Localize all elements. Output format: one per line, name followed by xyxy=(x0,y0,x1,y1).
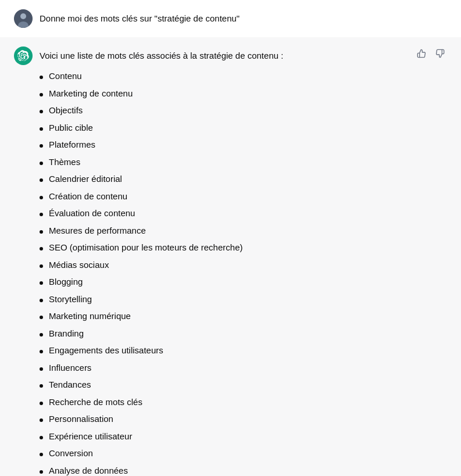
avatar xyxy=(14,9,33,28)
keyword-text: Analyse de données xyxy=(49,463,128,477)
list-item: Contenu xyxy=(40,67,447,85)
bullet-icon xyxy=(40,384,43,388)
list-item: Engagements des utilisateurs xyxy=(40,342,447,359)
keyword-text: Médias sociaux xyxy=(49,257,109,273)
openai-logo-icon xyxy=(17,50,29,62)
keyword-text: Objectifs xyxy=(49,103,83,118)
keyword-text: Évaluation de contenu xyxy=(49,206,135,221)
list-item: Recherche de mots clés xyxy=(40,393,447,411)
keyword-text: Création de contenu xyxy=(49,189,127,204)
keyword-text: Tendances xyxy=(49,377,91,392)
bullet-icon xyxy=(40,418,43,422)
list-item: Marketing numérique xyxy=(40,307,447,325)
keyword-text: Recherche de mots clés xyxy=(49,395,142,410)
chat-container: Donne moi des mots clés sur "stratégie d… xyxy=(0,0,461,476)
keyword-text: Expérience utilisateur xyxy=(49,429,132,444)
feedback-buttons xyxy=(414,46,447,60)
user-message: Donne moi des mots clés sur "stratégie d… xyxy=(0,0,461,37)
list-item: Objectifs xyxy=(40,102,447,119)
list-item: Thèmes xyxy=(40,153,447,171)
keyword-text: Influencers xyxy=(49,360,91,375)
keyword-text: Storytelling xyxy=(49,292,92,307)
list-item: Influencers xyxy=(40,359,447,377)
list-item: Storytelling xyxy=(40,291,447,308)
list-item: Public cible xyxy=(40,119,447,137)
keyword-text: Conversion xyxy=(49,446,93,461)
bullet-icon xyxy=(40,436,43,439)
assistant-message: Voici une liste de mots clés associés à … xyxy=(0,37,461,476)
keyword-text: Thèmes xyxy=(49,155,80,170)
keyword-text: Plateformes xyxy=(49,137,95,152)
assistant-intro-text: Voici une liste de mots clés associés à … xyxy=(40,49,447,63)
list-item: Analyse de données xyxy=(40,462,447,477)
bullet-icon xyxy=(40,144,43,148)
list-item: Personnalisation xyxy=(40,410,447,428)
list-item: Conversion xyxy=(40,445,447,462)
keyword-text: Blogging xyxy=(49,274,83,289)
list-item: Plateformes xyxy=(40,136,447,153)
bullet-icon xyxy=(40,247,43,250)
bullet-icon xyxy=(40,470,43,474)
list-item: Évaluation de contenu xyxy=(40,205,447,222)
keyword-text: SEO (optimisation pour les moteurs de re… xyxy=(49,240,242,255)
keyword-text: Personnalisation xyxy=(49,411,113,427)
list-item: Médias sociaux xyxy=(40,256,447,274)
thumbs-up-icon xyxy=(417,49,426,58)
keyword-text: Marketing de contenu xyxy=(49,86,133,101)
keyword-text: Mesures de performance xyxy=(49,223,146,238)
list-item: Expérience utilisateur xyxy=(40,428,447,445)
bullet-icon xyxy=(40,196,43,199)
bullet-icon xyxy=(40,127,43,131)
list-item: Mesures de performance xyxy=(40,222,447,239)
bullet-icon xyxy=(40,178,43,182)
thumbs-up-button[interactable] xyxy=(414,46,428,60)
thumbs-down-button[interactable] xyxy=(433,46,447,60)
assistant-avatar xyxy=(14,46,33,65)
bullet-icon xyxy=(40,402,43,405)
bullet-icon xyxy=(40,162,43,165)
keyword-text: Calendrier éditorial xyxy=(49,171,122,187)
bullet-icon xyxy=(40,264,43,268)
list-item: Calendrier éditorial xyxy=(40,170,447,188)
bullet-icon xyxy=(40,76,43,79)
bullet-icon xyxy=(40,350,43,353)
list-item: Création de contenu xyxy=(40,188,447,205)
bullet-icon xyxy=(40,93,43,96)
keyword-text: Public cible xyxy=(49,120,93,135)
svg-point-1 xyxy=(20,13,26,19)
list-item: Blogging xyxy=(40,273,447,291)
thumbs-down-icon xyxy=(435,49,445,58)
bullet-icon xyxy=(40,299,43,302)
keyword-text: Marketing numérique xyxy=(49,309,131,324)
keyword-text: Branding xyxy=(49,326,84,341)
assistant-content: Voici une liste de mots clés associés à … xyxy=(40,46,447,476)
bullet-icon xyxy=(40,110,43,113)
keyword-text: Engagements des utilisateurs xyxy=(49,343,163,358)
bullet-icon xyxy=(40,333,43,337)
list-item: Tendances xyxy=(40,376,447,393)
keywords-list: ContenuMarketing de contenuObjectifsPubl… xyxy=(40,67,447,476)
bullet-icon xyxy=(40,213,43,216)
bullet-icon xyxy=(40,316,43,319)
keyword-text: Contenu xyxy=(49,69,82,84)
bullet-icon xyxy=(40,453,43,456)
bullet-icon xyxy=(40,367,43,371)
list-item: Branding xyxy=(40,325,447,342)
list-item: Marketing de contenu xyxy=(40,85,447,102)
list-item: SEO (optimisation pour les moteurs de re… xyxy=(40,239,447,256)
bullet-icon xyxy=(40,230,43,234)
bullet-icon xyxy=(40,281,43,285)
user-message-text: Donne moi des mots clés sur "stratégie d… xyxy=(40,9,240,26)
